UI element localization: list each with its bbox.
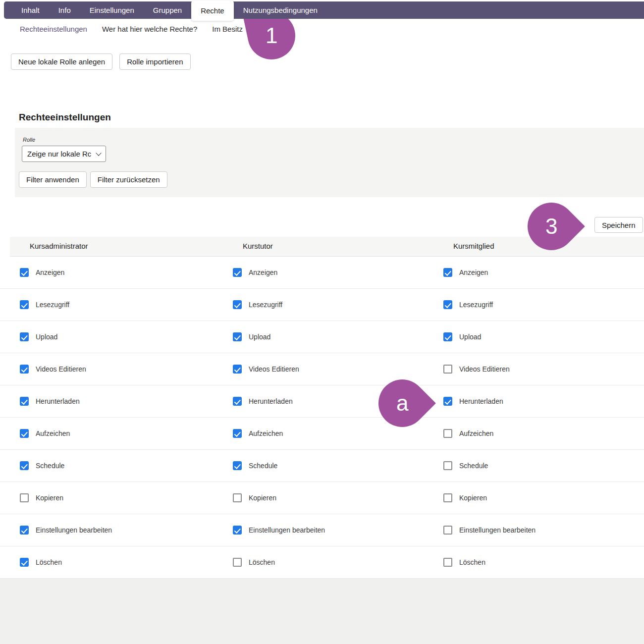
checkbox-schedule-kurstutor[interactable] [233, 461, 242, 470]
filter-apply-button[interactable]: Filter anwenden [19, 171, 87, 188]
permission-cell: Kopieren [233, 482, 276, 514]
checkbox-l-schen-kurstutor[interactable] [233, 558, 242, 567]
permission-label: Herunterladen [249, 397, 293, 405]
tab-gruppen[interactable]: Gruppen [144, 1, 191, 19]
role-actions: Neue lokale Rolle anlegen Rolle importie… [11, 54, 191, 70]
permission-cell: Aufzeichen [233, 418, 283, 449]
permission-label: Upload [249, 333, 270, 341]
checkbox-kopieren-kurstutor[interactable] [233, 493, 242, 502]
top-nav-bar: InhaltInfoEinstellungenGruppenRechteNutz… [4, 1, 644, 19]
permission-label: Anzeigen [459, 268, 488, 276]
checkbox-kopieren-kursmitglied[interactable] [443, 493, 452, 502]
tab-rechte[interactable]: Rechte [191, 0, 234, 21]
checkbox-herunterladen-kursmitglied[interactable] [443, 397, 452, 406]
permission-label: Herunterladen [36, 397, 80, 405]
permission-row-einstellungen-bearbeiten: Einstellungen bearbeitenEinstellungen be… [0, 514, 644, 546]
permission-label: Lesezugriff [36, 301, 69, 309]
permission-label: Videos Editieren [36, 365, 86, 373]
tab-einstellungen[interactable]: Einstellungen [80, 1, 144, 19]
column-header-kurstutor: Kurstutor [243, 242, 273, 250]
checkbox-l-schen-kursmitglied[interactable] [443, 558, 452, 567]
checkbox-upload-kurstutor[interactable] [233, 332, 242, 341]
filter-panel: Rolle Zeige nur lokale Rc Filter anwende… [15, 128, 644, 197]
chevron-down-icon [96, 150, 101, 156]
subtab-im-besitz[interactable]: Im Besitz [212, 25, 243, 33]
role-select-dropdown[interactable]: Zeige nur lokale Rc [22, 146, 106, 162]
permission-cell: Einstellungen bearbeiten [20, 514, 112, 546]
permission-label: Kopieren [459, 494, 487, 502]
permission-row-aufzeichen: AufzeichenAufzeichenAufzeichen [0, 418, 644, 450]
permission-cell: Lesezugriff [443, 289, 493, 321]
tab-nutzungsbedingungen[interactable]: Nutzungsbedingungen [234, 1, 327, 19]
tab-info[interactable]: Info [49, 1, 80, 19]
subtab-wer-hat-hier-welche-rechte[interactable]: Wer hat hier welche Rechte? [102, 25, 197, 33]
permission-cell: Löschen [20, 546, 62, 578]
checkbox-anzeigen-kurstutor[interactable] [233, 268, 242, 277]
checkbox-schedule-kursadministrator[interactable] [20, 461, 29, 470]
permission-label: Aufzeichen [36, 429, 70, 437]
checkbox-videos-editieren-kursmitglied[interactable] [443, 365, 452, 374]
permission-label: Anzeigen [36, 268, 64, 276]
permission-cell: Schedule [443, 450, 488, 482]
permission-cell: Upload [443, 321, 481, 353]
permission-cell: Aufzeichen [443, 418, 493, 449]
subtab-rechteeinstellungen[interactable]: Rechteeinstellungen [20, 25, 87, 33]
permission-row-anzeigen: AnzeigenAnzeigenAnzeigen [0, 257, 644, 289]
new-local-role-button[interactable]: Neue lokale Rolle anlegen [11, 54, 112, 70]
permission-row-videos-editieren: Videos EditierenVideos EditierenVideos E… [0, 353, 644, 385]
permission-label: Schedule [36, 462, 64, 470]
permission-label: Upload [36, 333, 57, 341]
checkbox-upload-kursmitglied[interactable] [443, 332, 452, 341]
checkbox-anzeigen-kursadministrator[interactable] [20, 268, 29, 277]
page-title: Rechteeinstellungen [19, 112, 111, 123]
checkbox-anzeigen-kursmitglied[interactable] [443, 268, 452, 277]
checkbox-videos-editieren-kurstutor[interactable] [233, 365, 242, 374]
checkbox-einstellungen-bearbeiten-kurstutor[interactable] [233, 526, 242, 535]
checkbox-l-schen-kursadministrator[interactable] [20, 558, 29, 567]
permission-label: Kopieren [36, 494, 63, 502]
permission-cell: Anzeigen [233, 257, 277, 288]
filter-reset-button[interactable]: Filter zurücksetzen [90, 171, 167, 188]
tab-inhalt[interactable]: Inhalt [12, 1, 49, 19]
permission-label: Lesezugriff [249, 301, 282, 309]
checkbox-lesezugriff-kurstutor[interactable] [233, 300, 242, 309]
checkbox-lesezugriff-kursadministrator[interactable] [20, 300, 29, 309]
permission-cell: Herunterladen [233, 385, 293, 417]
checkbox-aufzeichen-kurstutor[interactable] [233, 429, 242, 438]
permission-cell: Einstellungen bearbeiten [233, 514, 325, 546]
permission-label: Videos Editieren [459, 365, 510, 373]
checkbox-lesezugriff-kursmitglied[interactable] [443, 300, 452, 309]
import-role-button[interactable]: Rolle importieren [119, 54, 190, 70]
permission-cell: Upload [233, 321, 270, 353]
checkbox-kopieren-kursadministrator[interactable] [20, 493, 29, 502]
permission-label: Löschen [36, 558, 62, 566]
permissions-table: AnzeigenAnzeigenAnzeigenLesezugriffLesez… [0, 257, 644, 579]
permission-cell: Anzeigen [20, 257, 64, 288]
checkbox-aufzeichen-kursmitglied[interactable] [443, 429, 452, 438]
checkbox-upload-kursadministrator[interactable] [20, 332, 29, 341]
permission-label: Einstellungen bearbeiten [459, 526, 536, 534]
annotation-balloon-a-label: a [396, 392, 408, 414]
save-button[interactable]: Speichern [594, 217, 643, 233]
permission-cell: Herunterladen [443, 385, 503, 417]
permission-row-schedule: ScheduleScheduleSchedule [0, 450, 644, 482]
permission-cell: Videos Editieren [20, 353, 86, 385]
column-header-kursadministrator: Kursadministrator [30, 242, 88, 250]
permission-row-kopieren: KopierenKopierenKopieren [0, 482, 644, 514]
checkbox-einstellungen-bearbeiten-kursmitglied[interactable] [443, 526, 452, 535]
permission-label: Schedule [249, 462, 277, 470]
permission-label: Aufzeichen [459, 429, 493, 437]
checkbox-einstellungen-bearbeiten-kursadministrator[interactable] [20, 526, 29, 535]
permission-cell: Kopieren [20, 482, 63, 514]
permission-label: Einstellungen bearbeiten [36, 526, 112, 534]
permission-cell: Videos Editieren [233, 353, 299, 385]
permission-label: Löschen [249, 558, 275, 566]
checkbox-aufzeichen-kursadministrator[interactable] [20, 429, 29, 438]
checkbox-herunterladen-kurstutor[interactable] [233, 397, 242, 406]
checkbox-videos-editieren-kursadministrator[interactable] [20, 365, 29, 374]
permission-label: Upload [459, 333, 481, 341]
checkbox-herunterladen-kursadministrator[interactable] [20, 397, 29, 406]
checkbox-schedule-kursmitglied[interactable] [443, 461, 452, 470]
column-header-kursmitglied: Kursmitglied [453, 242, 494, 250]
permission-cell: Anzeigen [443, 257, 488, 288]
